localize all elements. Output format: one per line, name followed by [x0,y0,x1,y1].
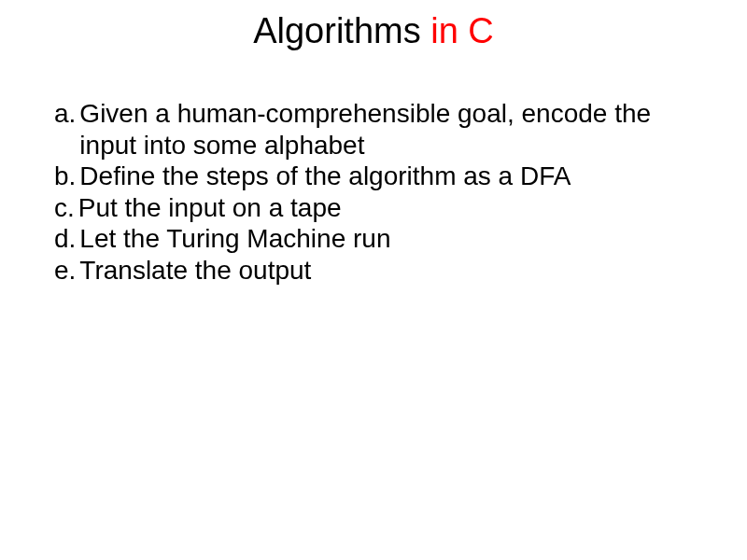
item-label: b. [54,161,79,192]
item-text: Put the input on a tape [78,192,710,224]
item-text: Define the steps of the algorithm as a D… [79,161,710,192]
list-item: b. Define the steps of the algorithm as … [54,161,710,192]
title-part-2: in C [430,11,494,50]
slide-title: Algorithms in C [0,11,747,51]
slide-content: a. Given a human-comprehensible goal, en… [0,98,747,287]
item-label: a. [54,98,79,161]
item-text: Given a human-comprehensible goal, encod… [79,98,710,161]
item-label: d. [54,223,79,255]
item-text: Let the Turing Machine run [79,223,710,255]
list-item: d. Let the Turing Machine run [54,223,710,255]
list-item: e. Translate the output [54,255,710,287]
title-part-1: Algorithms [253,11,430,50]
item-text: Translate the output [79,255,710,287]
list-item: a. Given a human-comprehensible goal, en… [54,98,710,161]
item-label: c. [54,192,78,224]
item-label: e. [54,255,79,287]
list-item: c. Put the input on a tape [54,192,710,224]
slide: Algorithms in C a. Given a human-compreh… [0,11,747,560]
